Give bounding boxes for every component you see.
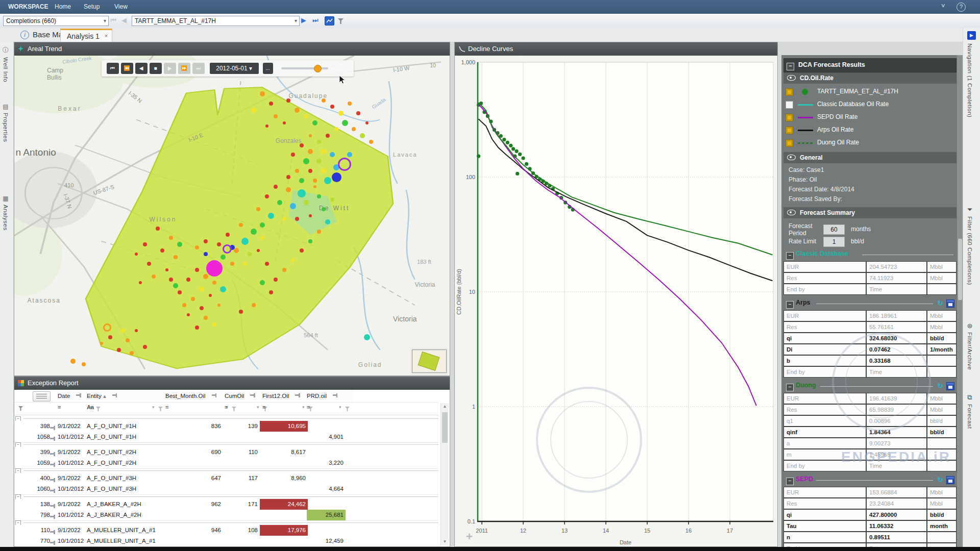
well-dot[interactable] bbox=[217, 242, 221, 246]
well-dot[interactable] bbox=[330, 105, 334, 109]
table-row[interactable]: 4009/1/2022A_F_O_UNIT_#3H6471178,960 bbox=[14, 473, 438, 484]
well-dot[interactable] bbox=[239, 310, 243, 314]
param-value[interactable]: 11.06332 bbox=[867, 521, 926, 531]
filter-operator[interactable]: = bbox=[307, 404, 310, 410]
well-dot[interactable] bbox=[283, 121, 286, 124]
rate-limit-input[interactable]: 1 bbox=[823, 237, 845, 247]
menu-home[interactable]: Home bbox=[55, 3, 71, 10]
well-dot[interactable] bbox=[251, 108, 256, 113]
menu-view[interactable]: View bbox=[114, 3, 128, 10]
rewind-button[interactable]: ⏪ bbox=[121, 63, 133, 74]
well-dot[interactable] bbox=[326, 134, 330, 138]
well-dot[interactable] bbox=[143, 242, 147, 246]
save-icon[interactable] bbox=[946, 299, 954, 308]
well-dot[interactable] bbox=[177, 242, 182, 247]
tab-analysis-1[interactable]: Analysis 1× bbox=[60, 29, 112, 43]
well-dot[interactable] bbox=[365, 121, 369, 124]
table-row[interactable]: 3999/1/2022A_F_O_UNIT_#2H6901108,617 bbox=[14, 447, 438, 458]
collapse-icon[interactable]: − bbox=[786, 301, 794, 309]
collapse-icon[interactable]: − bbox=[786, 384, 794, 391]
well-dot[interactable] bbox=[169, 278, 173, 282]
table-row[interactable]: 106010/1/2012A_F_O_UNIT_#3H4,664 bbox=[14, 484, 438, 495]
well-dot[interactable] bbox=[230, 262, 234, 266]
legend-checkbox[interactable] bbox=[786, 127, 793, 134]
filter-clear-icon[interactable] bbox=[232, 406, 236, 412]
forecast-summary-header[interactable]: Forecast Summary bbox=[783, 207, 957, 218]
refit-icon[interactable]: ↻ bbox=[937, 299, 943, 307]
well-dot[interactable] bbox=[126, 338, 130, 342]
param-value[interactable]: 0.07462 bbox=[867, 344, 926, 355]
well-dot[interactable] bbox=[274, 114, 278, 118]
scrollbar-thumb[interactable] bbox=[442, 412, 448, 443]
well-dot-ring[interactable] bbox=[223, 244, 232, 254]
well-dot[interactable] bbox=[204, 239, 208, 243]
filter-tool-icon[interactable] bbox=[338, 17, 344, 27]
forecast-period-input[interactable]: 60 bbox=[823, 224, 845, 235]
well-dot[interactable] bbox=[303, 158, 309, 164]
channel-header[interactable]: CD.Oil.Rate bbox=[783, 72, 957, 84]
well-dot[interactable] bbox=[338, 111, 344, 116]
entity-set-combo[interactable]: Completions (660)▾ bbox=[3, 16, 109, 26]
pin-icon[interactable] bbox=[250, 392, 256, 398]
legend-checkbox[interactable] bbox=[786, 139, 793, 147]
save-icon[interactable] bbox=[946, 382, 954, 390]
pin-icon[interactable] bbox=[295, 392, 301, 398]
filter-operator[interactable]: Aa bbox=[87, 404, 94, 410]
filter-operator[interactable]: = bbox=[225, 404, 228, 410]
well-dot-ring[interactable] bbox=[103, 323, 111, 332]
well-dot-ring[interactable] bbox=[338, 158, 351, 171]
well-dot[interactable] bbox=[304, 200, 309, 205]
right-rail-tab-navigation-1-completion-[interactable]: Navigation (1 Completion) bbox=[967, 43, 973, 117]
group-separator[interactable]: − bbox=[14, 520, 438, 525]
well-dot[interactable] bbox=[324, 177, 331, 184]
filter-operator[interactable]: = bbox=[165, 404, 168, 410]
well-dot[interactable] bbox=[165, 268, 168, 271]
table-row[interactable]: 77010/1/2012A_MUELLER_UNIT_A_#112,459 bbox=[14, 536, 438, 546]
well-dot[interactable] bbox=[308, 169, 312, 173]
decline-curves-chart[interactable]: 20111213141516171,0001001010.1CD.OilRate… bbox=[455, 56, 777, 546]
close-icon[interactable]: × bbox=[105, 33, 108, 39]
well-dot[interactable] bbox=[317, 194, 321, 198]
well-dot[interactable] bbox=[143, 345, 147, 349]
table-row[interactable]: 1109/1/2022A_MUELLER_UNIT_A_#194610817,9… bbox=[14, 525, 438, 536]
last-well-button[interactable]: ⏭ bbox=[312, 16, 318, 25]
menu-setup[interactable]: Setup bbox=[84, 3, 100, 10]
filter-dropdown-icon[interactable]: ▾ bbox=[302, 405, 305, 410]
scrollbar-thumb[interactable] bbox=[958, 239, 962, 300]
collapse-icon[interactable]: − bbox=[786, 478, 794, 485]
well-dot[interactable] bbox=[304, 114, 308, 118]
stop-button[interactable]: ■ bbox=[150, 63, 162, 74]
well-dot[interactable] bbox=[199, 287, 204, 292]
table-row[interactable]: 3989/1/2022A_F_O_UNIT_#1H83613910,695 bbox=[14, 421, 438, 432]
well-dot[interactable] bbox=[243, 262, 247, 266]
well-dot[interactable] bbox=[241, 238, 249, 245]
well-dot[interactable] bbox=[256, 207, 260, 211]
well-dot[interactable] bbox=[348, 102, 352, 106]
general-header[interactable]: General bbox=[783, 152, 957, 163]
legend-checkbox[interactable] bbox=[786, 114, 793, 121]
well-dot[interactable] bbox=[251, 229, 257, 235]
well-dot[interactable] bbox=[290, 203, 296, 209]
param-value[interactable]: 0.33168 bbox=[867, 356, 926, 366]
filter-clear-icon[interactable] bbox=[158, 406, 163, 412]
well-dot[interactable] bbox=[299, 178, 304, 183]
eye-icon[interactable] bbox=[787, 210, 796, 215]
panel-scrollbar[interactable] bbox=[957, 55, 963, 547]
group-separator[interactable]: − bbox=[14, 468, 438, 473]
param-value[interactable]: 1.84364 bbox=[867, 427, 926, 437]
well-dot[interactable] bbox=[217, 304, 220, 307]
table-row[interactable]: 105910/1/2012A_F_O_UNIT_#2H3,220 bbox=[14, 458, 438, 469]
playback-date-combo[interactable]: 2012-05-01 ▾ bbox=[210, 63, 259, 74]
column-header-entity[interactable]: Entity ▴ bbox=[87, 390, 166, 402]
collapse-icon[interactable]: − bbox=[787, 63, 794, 70]
well-dot[interactable] bbox=[364, 334, 370, 340]
overview-inset-map[interactable] bbox=[412, 349, 447, 373]
first-well-button[interactable]: ⏮ bbox=[110, 16, 116, 25]
info-icon[interactable]: i bbox=[20, 31, 29, 39]
play-button[interactable]: ▶ bbox=[164, 63, 176, 74]
well-dot[interactable] bbox=[191, 297, 195, 301]
table-menu-button[interactable] bbox=[33, 391, 51, 402]
well-dot[interactable] bbox=[108, 335, 112, 339]
refit-icon[interactable]: ↻ bbox=[937, 382, 943, 390]
left-rail-tab-properties[interactable]: ▤Properties bbox=[3, 103, 9, 142]
